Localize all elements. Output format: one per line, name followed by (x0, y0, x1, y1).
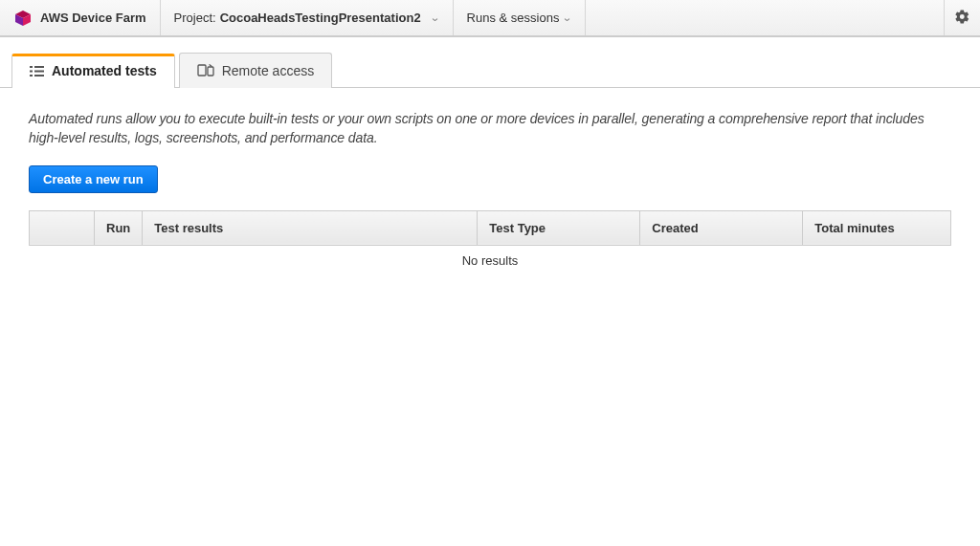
svg-rect-7 (30, 75, 33, 76)
column-header-total-minutes[interactable]: Total minutes (803, 210, 951, 245)
svg-rect-5 (30, 70, 33, 72)
intro-text: Automated runs allow you to execute buil… (29, 109, 951, 148)
devices-icon (197, 64, 214, 77)
tab-label: Automated tests (52, 63, 157, 78)
tabs: Automated tests Remote access (0, 52, 980, 88)
column-header-test-results[interactable]: Test results (143, 210, 478, 245)
column-header-test-type[interactable]: Test Type (478, 210, 640, 245)
content-area: Automated tests Remote access Automated … (0, 37, 980, 296)
tab-automated-tests[interactable]: Automated tests (11, 54, 175, 88)
project-dropdown[interactable]: Project: CocoaHeadsTestingPresentation2 … (161, 0, 454, 35)
create-new-run-button[interactable]: Create a new run (29, 165, 158, 193)
svg-rect-6 (34, 70, 44, 72)
chevron-down-icon: ⌄ (430, 11, 440, 24)
svg-rect-9 (198, 65, 206, 76)
list-icon (30, 65, 44, 77)
svg-rect-4 (34, 66, 44, 68)
tab-remote-access[interactable]: Remote access (179, 53, 332, 88)
table-header-row: Run Test results Test Type Created Total… (30, 210, 951, 245)
tab-label: Remote access (222, 63, 314, 78)
topbar-spacer (586, 0, 944, 35)
aws-device-farm-logo-icon (13, 9, 33, 28)
column-header-created[interactable]: Created (640, 210, 803, 245)
settings-button[interactable] (944, 0, 980, 35)
svg-rect-8 (34, 75, 44, 76)
runs-sessions-dropdown[interactable]: Runs & sessions ⌄ (454, 0, 587, 35)
chevron-down-icon: ⌄ (563, 11, 573, 24)
runs-sessions-label: Runs & sessions (467, 11, 560, 25)
svg-rect-10 (208, 67, 213, 76)
column-header-blank[interactable] (30, 210, 95, 245)
empty-results-message: No results (29, 246, 951, 275)
service-title: AWS Device Farm (40, 11, 146, 25)
project-value: CocoaHeadsTestingPresentation2 (220, 11, 421, 25)
topbar: AWS Device Farm Project: CocoaHeadsTesti… (0, 0, 980, 37)
svg-rect-3 (30, 66, 33, 68)
service-home-link[interactable]: AWS Device Farm (0, 0, 161, 35)
runs-table: Run Test results Test Type Created Total… (29, 210, 951, 246)
gear-icon (954, 9, 970, 28)
column-header-run[interactable]: Run (95, 210, 143, 245)
project-label: Project: (174, 11, 216, 25)
automated-tests-panel: Automated runs allow you to execute buil… (0, 88, 980, 296)
